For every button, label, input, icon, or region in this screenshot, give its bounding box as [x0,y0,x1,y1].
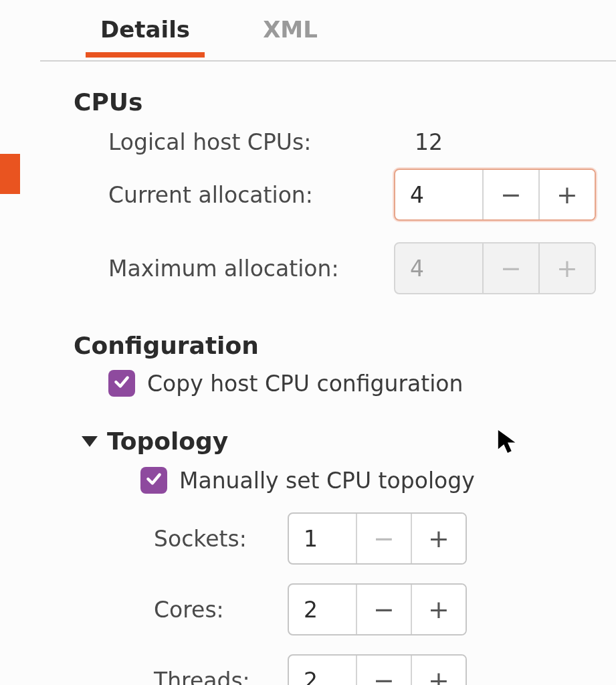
spin-current-allocation-decrement[interactable]: − [482,170,538,219]
label-manual-topology: Manually set CPU topology [179,468,475,494]
label-copy-host-cpu: Copy host CPU configuration [147,371,463,397]
spin-sockets-value[interactable]: 1 [289,514,356,563]
spin-threads-increment[interactable]: + [411,656,466,685]
checkbox-copy-host-cpu[interactable] [108,370,135,397]
spin-sockets-increment[interactable]: + [411,514,466,563]
value-logical-host-cpus: 12 [415,129,443,155]
spin-sockets[interactable]: 1 − + [288,512,467,565]
spin-threads-value[interactable]: 2 [289,656,356,685]
spin-sockets-decrement[interactable]: − [356,514,411,563]
checkbox-manual-topology[interactable] [140,467,167,494]
expander-title-topology: Topology [107,427,228,455]
spin-threads[interactable]: 2 − + [288,654,467,685]
sidebar-selection-marker [0,154,20,194]
tab-bar: Details XML [40,0,616,62]
check-icon [145,470,163,490]
section-title-configuration: Configuration [74,332,596,359]
expander-topology[interactable]: Topology [74,427,596,455]
label-maximum-allocation: Maximum allocation: [108,256,394,282]
spin-threads-decrement[interactable]: − [356,656,411,685]
spin-cores-decrement[interactable]: − [356,585,411,634]
spin-cores[interactable]: 2 − + [288,583,467,635]
label-sockets: Sockets: [154,526,288,552]
spin-maximum-allocation: 4 − + [394,242,596,294]
spin-maximum-allocation-increment: + [538,243,595,293]
spin-maximum-allocation-decrement: − [482,243,538,293]
label-current-allocation: Current allocation: [108,182,394,208]
check-icon [113,373,130,393]
spin-cores-value[interactable]: 2 [289,585,356,634]
label-threads: Threads: [154,668,288,686]
spin-current-allocation-value[interactable]: 4 [395,170,482,219]
spin-current-allocation-increment[interactable]: + [538,170,595,219]
section-title-cpus: CPUs [74,88,596,116]
spin-maximum-allocation-value: 4 [395,243,482,293]
chevron-down-icon [82,436,98,447]
spin-current-allocation[interactable]: 4 − + [394,169,596,221]
label-logical-host-cpus: Logical host CPUs: [108,129,396,155]
tab-xml[interactable]: XML [249,9,331,56]
spin-cores-increment[interactable]: + [411,585,466,634]
tab-details[interactable]: Details [87,9,203,56]
label-cores: Cores: [154,597,288,623]
